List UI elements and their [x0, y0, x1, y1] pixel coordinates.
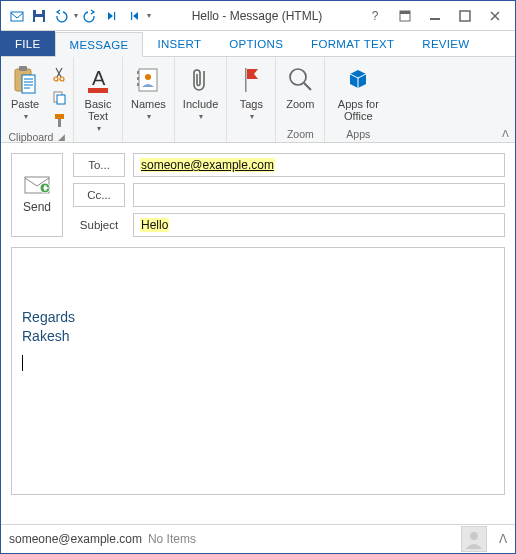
- basic-text-button[interactable]: A Basic Text ▾: [78, 62, 118, 135]
- maximize-button[interactable]: [453, 5, 477, 27]
- to-field[interactable]: someone@example.com: [133, 153, 505, 177]
- svg-rect-8: [430, 18, 440, 20]
- undo-dropdown-icon[interactable]: ▾: [74, 11, 78, 20]
- subject-field[interactable]: Hello: [133, 213, 505, 237]
- collapse-ribbon-icon[interactable]: ᐱ: [502, 128, 509, 139]
- svg-point-27: [290, 69, 306, 85]
- ribbon-tabs: FILE MESSAGE INSERT OPTIONS FORMAT TEXT …: [1, 31, 515, 57]
- include-button[interactable]: Include ▾: [179, 62, 222, 123]
- redo-icon[interactable]: [80, 5, 100, 27]
- statusbar: someone@example.com No Items ᐱ: [1, 524, 515, 553]
- apps-button[interactable]: Apps for Office: [329, 62, 387, 124]
- close-button[interactable]: [483, 5, 507, 27]
- help-button[interactable]: ?: [363, 5, 387, 27]
- zoom-btn-label: Zoom: [286, 98, 314, 110]
- subject-value: Hello: [140, 218, 169, 232]
- paste-icon: [9, 64, 41, 96]
- save-icon[interactable]: [29, 5, 49, 27]
- apps-icon: [342, 64, 374, 96]
- svg-rect-4: [114, 12, 115, 20]
- prev-item-icon[interactable]: [124, 5, 144, 27]
- minimize-button[interactable]: [423, 5, 447, 27]
- svg-rect-7: [400, 11, 410, 14]
- group-clipboard-label: Clipboard: [9, 131, 54, 143]
- ribbon: Paste ▾ Clipboard◢ A Basic Text ▾: [1, 57, 515, 143]
- tab-review[interactable]: REVIEW: [408, 31, 483, 56]
- window-title: Hello - Message (HTML): [151, 9, 363, 23]
- expand-people-icon[interactable]: ᐱ: [499, 532, 507, 546]
- group-apps-label: Apps: [346, 128, 370, 140]
- svg-rect-3: [35, 17, 43, 22]
- to-value: someone@example.com: [140, 158, 275, 172]
- cc-button[interactable]: Cc...: [73, 183, 125, 207]
- compose-header: Send To... someone@example.com Cc... Sub…: [1, 143, 515, 237]
- svg-text:A: A: [92, 67, 106, 89]
- apps-btn-label: Apps for Office: [338, 98, 379, 122]
- tab-format-text[interactable]: FORMAT TEXT: [297, 31, 408, 56]
- zoom-icon: [284, 64, 316, 96]
- quick-access-toolbar: ▾ ▾: [1, 5, 151, 27]
- paste-button[interactable]: Paste ▾: [5, 62, 45, 123]
- chevron-down-icon: ▾: [147, 112, 151, 121]
- tab-options[interactable]: OPTIONS: [215, 31, 297, 56]
- svg-point-13: [54, 77, 58, 81]
- copy-button[interactable]: [49, 87, 69, 107]
- ribbon-options-button[interactable]: [393, 5, 417, 27]
- svg-rect-5: [131, 12, 132, 20]
- dialog-launcher-icon[interactable]: ◢: [58, 132, 65, 142]
- zoom-button[interactable]: Zoom: [280, 62, 320, 112]
- names-label: Names: [131, 98, 166, 110]
- cc-field[interactable]: [133, 183, 505, 207]
- chevron-down-icon: ▾: [199, 112, 203, 121]
- status-address: someone@example.com: [9, 532, 142, 546]
- svg-point-30: [470, 532, 478, 540]
- titlebar: ▾ ▾ Hello - Message (HTML) ?: [1, 1, 515, 31]
- group-names: Names ▾: [123, 57, 175, 142]
- svg-rect-9: [460, 11, 470, 21]
- group-zoom-label: Zoom: [287, 128, 314, 140]
- group-clipboard: Paste ▾ Clipboard◢: [1, 57, 74, 142]
- paste-label: Paste: [11, 98, 39, 110]
- subject-label: Subject: [73, 219, 125, 231]
- group-zoom: Zoom Zoom: [276, 57, 325, 142]
- svg-rect-26: [245, 68, 247, 92]
- send-label: Send: [23, 200, 51, 214]
- cut-button[interactable]: [49, 64, 69, 84]
- chevron-down-icon: ▾: [97, 124, 101, 133]
- include-label: Include: [183, 98, 218, 110]
- next-item-icon[interactable]: [102, 5, 122, 27]
- svg-point-14: [60, 77, 64, 81]
- text-cursor: [22, 355, 23, 371]
- app-icon[interactable]: [7, 5, 27, 27]
- tab-insert[interactable]: INSERT: [143, 31, 215, 56]
- group-include: Include ▾: [175, 57, 227, 142]
- attach-icon: [185, 64, 217, 96]
- tags-label: Tags: [240, 98, 263, 110]
- format-painter-button[interactable]: [49, 110, 69, 130]
- send-icon: [24, 176, 50, 194]
- group-tags: Tags ▾: [227, 57, 276, 142]
- avatar[interactable]: [461, 526, 487, 552]
- svg-rect-23: [137, 71, 139, 74]
- svg-rect-11: [19, 66, 27, 71]
- names-button[interactable]: Names ▾: [127, 62, 170, 123]
- chevron-down-icon: ▾: [24, 112, 28, 121]
- svg-rect-25: [137, 83, 139, 86]
- address-book-icon: [132, 64, 164, 96]
- svg-rect-2: [36, 10, 42, 14]
- undo-icon[interactable]: [51, 5, 71, 27]
- tab-message[interactable]: MESSAGE: [55, 32, 144, 57]
- to-button[interactable]: To...: [73, 153, 125, 177]
- group-basic-text: A Basic Text ▾: [74, 57, 123, 142]
- chevron-down-icon: ▾: [250, 112, 254, 121]
- tags-button[interactable]: Tags ▾: [231, 62, 271, 123]
- svg-rect-24: [137, 77, 139, 80]
- tab-file[interactable]: FILE: [1, 31, 55, 56]
- font-color-icon: A: [82, 64, 114, 96]
- flag-icon: [235, 64, 267, 96]
- send-button[interactable]: Send: [11, 153, 63, 237]
- svg-rect-16: [57, 95, 65, 104]
- window-controls: ?: [363, 5, 515, 27]
- message-body[interactable]: Regards Rakesh: [11, 247, 505, 495]
- svg-point-22: [145, 74, 151, 80]
